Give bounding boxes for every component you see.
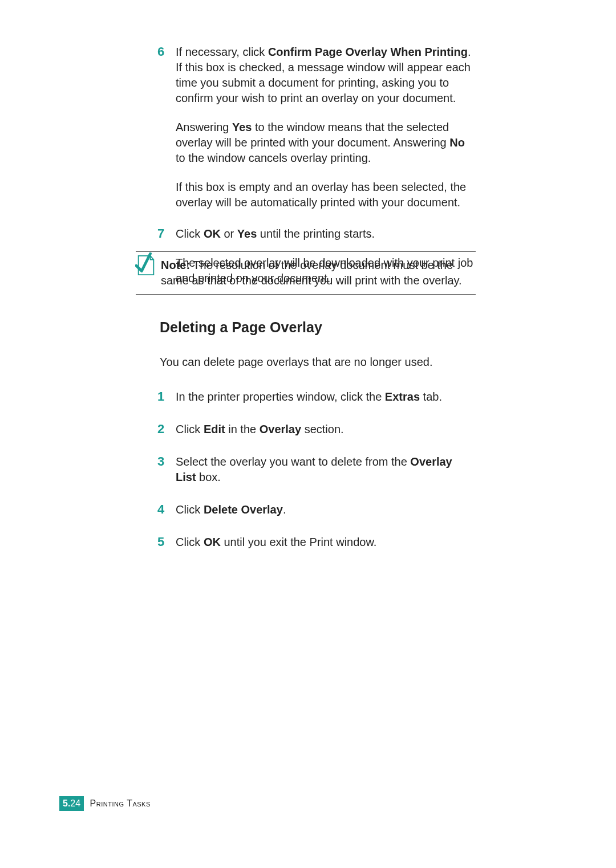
step-6: 6 If necessary, click Confirm Page Overl… bbox=[160, 44, 473, 210]
section-intro: You can delete page overlays that are no… bbox=[160, 354, 473, 370]
step-3-text: Select the overlay you want to delete fr… bbox=[176, 454, 473, 485]
note-block: Note: The resolution of the overlay docu… bbox=[136, 251, 476, 295]
footer-section-title: Printing Tasks bbox=[90, 798, 151, 808]
step-number: 3 bbox=[157, 453, 164, 470]
text: Click bbox=[176, 536, 204, 548]
text: box. bbox=[196, 471, 221, 483]
step-number: 5 bbox=[157, 533, 164, 551]
bold-text: Yes bbox=[237, 227, 257, 240]
bold-text: Edit bbox=[204, 423, 225, 435]
page-number-badge: 5.24 bbox=[59, 796, 84, 811]
bold-text: OK bbox=[204, 227, 221, 240]
step-number: 1 bbox=[157, 388, 164, 405]
section-deleting-overlay: Deleting a Page Overlay You can delete p… bbox=[160, 318, 473, 566]
bold-text: No bbox=[449, 136, 465, 149]
text: Answering bbox=[176, 121, 232, 133]
step-4-text: Click Delete Overlay. bbox=[176, 502, 473, 517]
divider bbox=[136, 294, 476, 295]
text: Click bbox=[176, 423, 204, 435]
page-footer: 5.24 Printing Tasks bbox=[59, 796, 151, 811]
step-6-para-3: If this box is empty and an overlay has … bbox=[176, 180, 473, 210]
step-1-text: In the printer properties window, click … bbox=[176, 389, 473, 405]
text: or bbox=[221, 227, 237, 240]
note-label: Note: bbox=[161, 259, 190, 271]
chapter-number: 5. bbox=[63, 798, 70, 808]
text: to the window cancels overlay printing. bbox=[176, 152, 371, 164]
step-3: 3 Select the overlay you want to delete … bbox=[160, 454, 473, 485]
step-2: 2 Click Edit in the Overlay section. bbox=[160, 422, 473, 437]
text: section. bbox=[301, 423, 343, 435]
step-number: 2 bbox=[157, 421, 164, 438]
bold-text: OK bbox=[204, 536, 221, 548]
bold-text: Yes bbox=[232, 121, 252, 133]
text: until the printing starts. bbox=[257, 227, 375, 240]
text: Click bbox=[176, 227, 204, 240]
text: tab. bbox=[420, 390, 442, 403]
page-number: 24 bbox=[70, 798, 80, 808]
text: until you exit the Print window. bbox=[221, 536, 376, 548]
text: The resolution of the overlay document m… bbox=[161, 259, 462, 287]
text: . bbox=[283, 503, 286, 516]
step-number: 6 bbox=[157, 43, 164, 60]
step-4: 4 Click Delete Overlay. bbox=[160, 502, 473, 517]
step-6-para-2: Answering Yes to the window means that t… bbox=[176, 120, 473, 166]
text: If necessary, click bbox=[176, 46, 268, 58]
checkmark-paper-icon bbox=[135, 252, 157, 278]
text: in the bbox=[225, 423, 260, 435]
bold-text: Delete Overlay bbox=[204, 503, 283, 516]
step-6-para-1: If necessary, click Confirm Page Overlay… bbox=[176, 44, 473, 106]
bold-text: Confirm Page Overlay When Printing bbox=[268, 46, 468, 58]
step-7-para-1: Click OK or Yes until the printing start… bbox=[176, 226, 473, 242]
text: In the printer properties window, click … bbox=[176, 390, 385, 403]
section-heading: Deleting a Page Overlay bbox=[160, 318, 473, 337]
bold-text: Overlay bbox=[260, 423, 301, 435]
step-number: 7 bbox=[157, 225, 164, 242]
step-5-text: Click OK until you exit the Print window… bbox=[176, 535, 473, 550]
note-text: Note: The resolution of the overlay docu… bbox=[161, 258, 476, 288]
step-number: 4 bbox=[157, 501, 164, 518]
step-5: 5 Click OK until you exit the Print wind… bbox=[160, 535, 473, 550]
step-2-text: Click Edit in the Overlay section. bbox=[176, 422, 473, 437]
document-page: 6 If necessary, click Confirm Page Overl… bbox=[0, 0, 616, 868]
text: Click bbox=[176, 503, 204, 516]
text: Select the overlay you want to delete fr… bbox=[176, 455, 410, 468]
bold-text: Extras bbox=[385, 390, 420, 403]
divider bbox=[136, 251, 476, 252]
step-1: 1 In the printer properties window, clic… bbox=[160, 389, 473, 405]
